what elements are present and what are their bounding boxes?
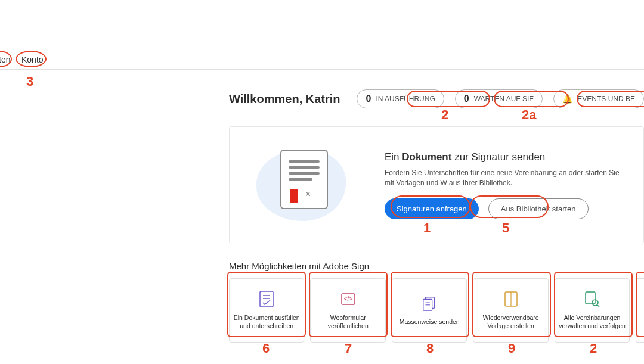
annotation-6: 6 <box>262 341 270 356</box>
pill-waiting[interactable]: 0 WARTEN AUF SIE <box>455 89 543 108</box>
annotation-3: 3 <box>26 74 33 89</box>
webform-icon: </> <box>340 290 356 308</box>
nav-item-ten[interactable]: ten <box>0 52 14 67</box>
waiting-label: WARTEN AUF SIE <box>474 95 534 103</box>
hero-description: Fordern Sie Unterschriften für eine neue… <box>385 168 626 188</box>
annotation-8: 8 <box>426 341 434 356</box>
waiting-count: 0 <box>464 94 469 104</box>
card-template[interactable]: Wiederverwendbare Vorlage erstellen <box>473 278 548 343</box>
svg-rect-11 <box>586 292 595 304</box>
hero-illustration: × <box>253 144 349 227</box>
main-content: Willkommen, Katrin 0 IN AUSFÜHRUNG 0 WAR… <box>229 89 644 343</box>
more-options-title: Mehr Möglichkeiten mit Adobe Sign <box>229 261 644 271</box>
status-pills: 0 IN AUSFÜHRUNG 0 WARTEN AUF SIE 🔔 EVENT… <box>357 89 644 108</box>
template-icon <box>503 290 519 308</box>
pill-in-progress[interactable]: 0 IN AUSFÜHRUNG <box>357 89 444 108</box>
request-signatures-button[interactable]: Signaturen anfragen <box>385 198 479 219</box>
in-progress-label: IN AUSFÜHRUNG <box>376 95 435 103</box>
card-fill-sign[interactable]: Ein Dokument ausfüllen und unterschreibe… <box>229 278 304 343</box>
hero-title: Ein Dokument zur Signatur senden <box>385 151 626 163</box>
annotation-7: 7 <box>345 341 352 356</box>
card-webform[interactable]: </> Webformular veröffentlichen <box>310 278 385 343</box>
events-label: EVENTS UND BE <box>577 95 635 103</box>
fill-sign-icon <box>259 290 274 308</box>
svg-line-13 <box>597 305 599 307</box>
top-navbar: ten Konto <box>0 51 644 70</box>
in-progress-count: 0 <box>366 94 371 104</box>
annotation-9: 9 <box>508 341 515 356</box>
nav-item-konto[interactable]: Konto <box>18 52 47 67</box>
card-manage[interactable]: Alle Vereinbarungen verwalten und verfol… <box>555 278 630 343</box>
card-label: Ein Dokument ausfüllen und unterschreibe… <box>230 314 304 330</box>
manage-icon <box>584 290 600 308</box>
card-label: Webformular veröffentlichen <box>311 314 385 330</box>
cards-row: Ein Dokument ausfüllen und unterschreibe… <box>229 278 644 343</box>
card-more-edge[interactable] <box>636 278 644 343</box>
card-bulk-send[interactable]: Massenweise senden <box>392 278 467 343</box>
bulk-send-icon <box>422 294 437 312</box>
card-label: Massenweise senden <box>396 318 463 326</box>
start-from-library-button[interactable]: Aus Bibliothek starten <box>488 198 589 219</box>
pill-events[interactable]: 🔔 EVENTS UND BE <box>553 89 644 108</box>
card-label: Alle Vereinbarungen verwalten und verfol… <box>555 314 629 330</box>
annotation-2b: 2 <box>590 341 597 356</box>
page-title: Willkommen, Katrin <box>229 92 340 106</box>
document-icon: × <box>280 150 328 209</box>
bell-icon: 🔔 <box>562 94 572 104</box>
svg-rect-0 <box>260 291 273 307</box>
svg-text:</>: </> <box>343 295 352 302</box>
hero-panel: × Ein Dokument zur Signatur senden Forde… <box>229 126 644 244</box>
card-label: Wiederverwendbare Vorlage erstellen <box>473 314 547 330</box>
